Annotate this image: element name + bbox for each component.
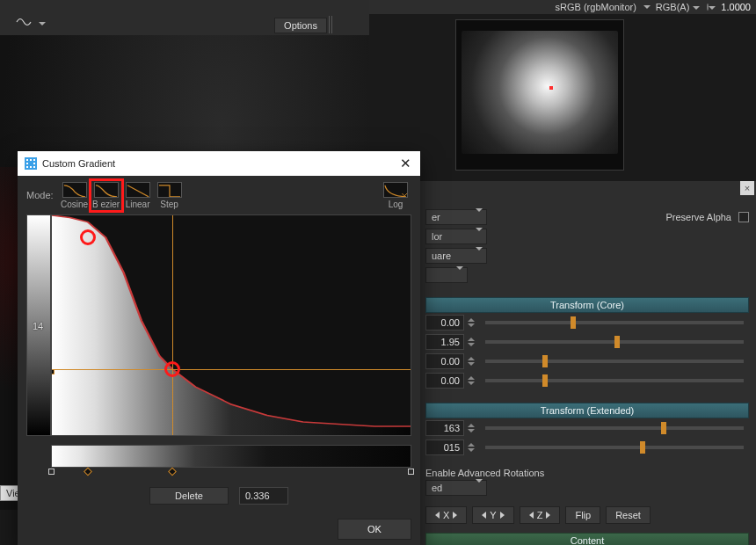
core-slider-1: 1.95	[425, 332, 749, 352]
app-icon	[25, 157, 37, 170]
z-axis-button[interactable]: Z	[520, 506, 561, 524]
ext-slider-1-value[interactable]: 015	[425, 440, 464, 455]
dialog-actions: Delete 0.336	[18, 468, 420, 512]
ext-slider-0-value[interactable]: 163	[425, 420, 464, 436]
mode-step-button[interactable]: Step	[154, 180, 185, 211]
core-slider-3: 0.00	[425, 371, 749, 390]
mode-log-label: Log	[389, 200, 403, 209]
core-slider-3-value[interactable]: 0.00	[425, 373, 464, 389]
value-strip-label: 14	[33, 321, 43, 331]
mode-linear-button[interactable]: Linear	[122, 180, 154, 211]
preview-crosshair	[549, 86, 553, 90]
extra-dropdown[interactable]	[425, 267, 468, 283]
crosshair-vertical	[172, 215, 173, 435]
opacity-value[interactable]: 1.0000	[721, 2, 751, 12]
core-slider-2-slider[interactable]	[485, 360, 744, 363]
curve-tool-dropdown[interactable]	[35, 18, 46, 28]
curve-fill	[52, 215, 411, 435]
preview-image	[462, 31, 618, 154]
mode-log-button[interactable]: Log	[380, 180, 411, 211]
delete-button[interactable]: Delete	[149, 487, 229, 505]
x-axis-button[interactable]: X	[425, 506, 467, 524]
secondary-bar: Options	[0, 0, 369, 35]
close-icon[interactable]: ✕	[397, 156, 413, 171]
preserve-alpha-checkbox[interactable]	[738, 212, 749, 222]
core-slider-0: 0.00	[425, 313, 749, 332]
core-slider-0-slider[interactable]	[485, 321, 744, 324]
flip-button[interactable]: Flip	[565, 506, 600, 524]
dialog-title: Custom Gradient	[42, 158, 115, 169]
color-profile-dropdown[interactable]: sRGB (rgbMonitor)	[556, 2, 651, 12]
core-slider-1-spinner[interactable]	[468, 338, 476, 346]
y-axis-button[interactable]: Y	[472, 506, 513, 524]
preserve-alpha-label: Preserve Alpha	[665, 212, 731, 222]
mode-step-label: Step	[160, 200, 178, 209]
curve-tool-icon[interactable]	[16, 16, 32, 28]
ok-button[interactable]: OK	[338, 519, 411, 540]
transform-core-header[interactable]: Transform (Core)	[425, 297, 749, 313]
value-gradient-strip[interactable]: 14	[26, 214, 51, 436]
mode-cosine-button[interactable]: Cosine	[59, 180, 91, 211]
gradient-preview[interactable]	[51, 445, 411, 468]
ext-slider-1: 015	[425, 438, 749, 457]
crosshair-horizontal	[52, 369, 411, 370]
curve-editor[interactable]: 14	[26, 214, 411, 436]
panel-grip[interactable]	[329, 16, 334, 33]
mode-label: Mode:	[26, 190, 54, 200]
gradient-end-left[interactable]	[48, 469, 55, 475]
rotation-mode-dropdown[interactable]: ed	[425, 480, 487, 496]
blend-dropdown[interactable]: er	[425, 209, 487, 225]
core-slider-3-spinner[interactable]	[468, 376, 476, 385]
control-point-marker[interactable]	[80, 229, 96, 245]
reset-button[interactable]: Reset	[606, 506, 651, 524]
dialog-titlebar[interactable]: Custom Gradient ✕	[18, 151, 420, 176]
mode-bezier-label: B ezier	[92, 200, 120, 209]
core-slider-1-slider[interactable]	[485, 340, 744, 344]
content-header[interactable]: Content	[425, 533, 749, 545]
mode-row: Mode: Cosine B ezier Linear Step Log	[18, 176, 420, 214]
core-slider-1-value[interactable]: 1.95	[425, 334, 464, 350]
color-dropdown[interactable]: lor	[425, 229, 487, 244]
core-slider-2-spinner[interactable]	[468, 357, 476, 366]
render-preview[interactable]	[455, 19, 624, 171]
mode-linear-label: Linear	[126, 200, 150, 209]
mode-cosine-label: Cosine	[61, 200, 88, 209]
mode-bezier-button[interactable]: B ezier	[91, 180, 122, 211]
core-slider-3-slider[interactable]	[485, 379, 744, 382]
properties-panel: × er Preserve Alpha lor uare Transform (…	[418, 181, 756, 545]
custom-gradient-dialog: Custom Gradient ✕ Mode: Cosine B ezier L…	[18, 151, 420, 545]
core-slider-2: 0.00	[425, 352, 749, 371]
transform-extended-header[interactable]: Transform (Extended)	[425, 403, 749, 418]
ext-slider-1-slider[interactable]	[485, 446, 744, 449]
core-slider-2-value[interactable]: 0.00	[425, 353, 464, 369]
ext-slider-0-slider[interactable]	[485, 426, 744, 430]
ext-slider-1-spinner[interactable]	[468, 443, 476, 452]
options-button[interactable]: Options	[274, 18, 327, 33]
gradient-end-right[interactable]	[408, 469, 414, 475]
axis-tick-left[interactable]	[51, 369, 55, 374]
control-point-marker[interactable]	[164, 361, 180, 377]
core-slider-0-spinner[interactable]	[468, 318, 476, 327]
panel-close-icon[interactable]: ×	[740, 181, 754, 195]
ext-slider-0: 163	[425, 418, 749, 438]
advanced-rotations-label: Enable Advanced Rotations	[425, 468, 749, 478]
channels-dropdown[interactable]: RGB(A)	[656, 2, 701, 12]
core-slider-0-value[interactable]: 0.00	[425, 315, 464, 331]
stop-value-input[interactable]: 0.336	[239, 487, 288, 505]
ext-slider-0-spinner[interactable]	[468, 424, 476, 432]
globe-dropdown[interactable]	[705, 2, 716, 12]
curve-canvas[interactable]	[51, 214, 411, 436]
axis-buttons: X Y Z Flip Reset	[425, 506, 749, 524]
shape-dropdown[interactable]: uare	[425, 248, 487, 264]
